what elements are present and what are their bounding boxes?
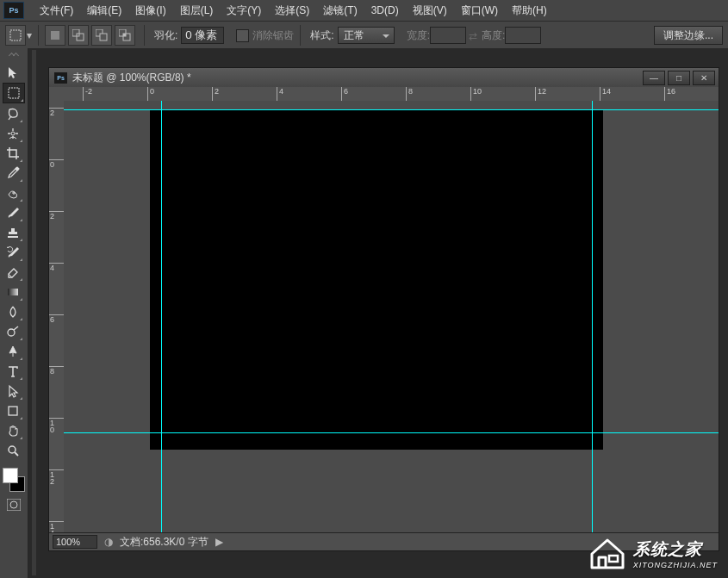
zoom-input[interactable] xyxy=(53,535,97,549)
svg-rect-8 xyxy=(123,34,126,36)
sel-add-button[interactable] xyxy=(68,25,89,46)
lasso-tool-icon xyxy=(6,107,20,121)
pen-tool-icon xyxy=(6,345,20,358)
quickmask-button[interactable] xyxy=(3,495,24,514)
chevron-down-icon: ▾ xyxy=(27,29,32,41)
shape-tool-icon xyxy=(6,404,20,418)
healing-tool[interactable] xyxy=(3,183,23,202)
document-titlebar[interactable]: Ps 未标题 @ 100%(RGB/8) * — □ ✕ xyxy=(49,68,719,88)
menu-layer[interactable]: 图层(L) xyxy=(173,0,221,22)
pen-tool[interactable] xyxy=(3,342,23,361)
svg-point-15 xyxy=(9,446,16,453)
type-tool[interactable] xyxy=(3,362,23,381)
eraser-tool[interactable] xyxy=(3,263,23,282)
menu-window[interactable]: 窗口(W) xyxy=(454,0,505,22)
menu-type[interactable]: 文字(Y) xyxy=(220,0,268,22)
ruler-horizontal[interactable]: -20246810121416 xyxy=(64,87,719,102)
close-button[interactable]: ✕ xyxy=(693,71,715,85)
panel-grip-icon[interactable] xyxy=(3,53,24,59)
svg-rect-18 xyxy=(609,556,618,562)
stamp-tool-icon xyxy=(6,226,20,239)
path-select-tool[interactable] xyxy=(3,382,23,401)
crop-tool-icon xyxy=(6,146,20,160)
minimize-button[interactable]: — xyxy=(643,71,665,85)
menu-image[interactable]: 图像(I) xyxy=(128,0,172,22)
intersect-sel-icon xyxy=(119,29,131,41)
doc-logo-icon: Ps xyxy=(54,72,67,84)
watermark-title: 系统之家 xyxy=(633,538,718,561)
menu-bar: Ps 文件(F) 编辑(E) 图像(I) 图层(L) 文字(Y) 选择(S) 滤… xyxy=(0,0,728,21)
menu-3d[interactable]: 3D(D) xyxy=(364,1,406,20)
ruler-origin[interactable] xyxy=(49,87,65,102)
blur-tool[interactable] xyxy=(3,302,23,321)
feather-input[interactable] xyxy=(181,27,224,44)
svg-point-13 xyxy=(8,329,15,336)
marquee-icon xyxy=(9,29,22,41)
color-swatches[interactable] xyxy=(3,468,25,492)
tool-preset-button[interactable] xyxy=(5,25,26,46)
zoom-tool-icon xyxy=(6,444,20,457)
svg-rect-3 xyxy=(77,34,84,40)
document-title: 未标题 @ 100%(RGB/8) * xyxy=(72,71,191,85)
guide-vertical-2[interactable] xyxy=(592,101,593,533)
document-window: Ps 未标题 @ 100%(RGB/8) * — □ ✕ -2024681012… xyxy=(48,67,719,551)
path-select-tool-icon xyxy=(6,384,20,398)
foreground-swatch[interactable] xyxy=(3,468,18,483)
history-brush-tool-icon xyxy=(6,245,20,259)
healing-tool-icon xyxy=(6,186,20,200)
sel-new-button[interactable] xyxy=(45,25,65,46)
svg-rect-1 xyxy=(51,31,59,40)
style-dropdown[interactable]: 正常 xyxy=(338,27,395,44)
ruler-vertical[interactable]: 202468101214 xyxy=(49,101,65,533)
brush-tool[interactable] xyxy=(3,203,23,222)
sub-sel-icon xyxy=(96,29,108,41)
svg-rect-11 xyxy=(15,166,20,171)
menu-filter[interactable]: 滤镜(T) xyxy=(316,0,364,22)
feather-label: 羽化: xyxy=(154,28,177,43)
hand-tool[interactable] xyxy=(3,421,23,440)
gradient-tool[interactable] xyxy=(3,283,23,301)
guide-vertical-1[interactable] xyxy=(161,101,162,533)
status-flyout-icon[interactable]: ▶ xyxy=(215,536,223,548)
add-sel-icon xyxy=(72,29,84,41)
menu-help[interactable]: 帮助(H) xyxy=(505,0,554,22)
status-icon[interactable]: ◑ xyxy=(104,536,113,548)
lasso-tool[interactable] xyxy=(3,104,23,123)
svg-rect-14 xyxy=(9,407,17,415)
workspace: Ps 未标题 @ 100%(RGB/8) * — □ ✕ -2024681012… xyxy=(0,48,728,578)
maximize-button[interactable]: □ xyxy=(668,71,690,85)
svg-rect-12 xyxy=(8,289,18,295)
svg-point-17 xyxy=(10,501,17,508)
menu-select[interactable]: 选择(S) xyxy=(268,0,316,22)
width-input xyxy=(430,27,466,44)
quickmask-icon xyxy=(7,499,21,511)
canvas[interactable] xyxy=(150,109,603,450)
width-label: 宽度: xyxy=(407,28,430,43)
quick-select-tool[interactable] xyxy=(3,124,23,143)
eyedropper-tool[interactable] xyxy=(3,164,23,183)
zoom-tool[interactable] xyxy=(3,441,23,460)
svg-rect-0 xyxy=(10,30,21,40)
guide-horizontal-2[interactable] xyxy=(64,432,719,433)
sel-subtract-button[interactable] xyxy=(91,25,112,46)
tab-well xyxy=(32,50,36,575)
marquee-tool-icon xyxy=(7,86,21,100)
canvas-viewport[interactable] xyxy=(64,101,719,533)
antialias-label: 消除锯齿 xyxy=(252,28,294,43)
stamp-tool[interactable] xyxy=(3,223,23,242)
dodge-tool[interactable] xyxy=(3,322,23,341)
menu-edit[interactable]: 编辑(E) xyxy=(80,0,128,22)
sel-intersect-button[interactable] xyxy=(115,25,135,46)
shape-tool[interactable] xyxy=(3,401,23,420)
gradient-tool-icon xyxy=(6,285,20,299)
history-brush-tool[interactable] xyxy=(3,243,23,262)
crop-tool[interactable] xyxy=(3,144,23,163)
marquee-tool[interactable] xyxy=(3,83,25,103)
height-input xyxy=(505,27,541,44)
menu-view[interactable]: 视图(V) xyxy=(406,0,454,22)
move-tool[interactable] xyxy=(3,63,23,82)
guide-horizontal-1[interactable] xyxy=(64,109,719,110)
eyedropper-tool-icon xyxy=(6,166,20,180)
menu-file[interactable]: 文件(F) xyxy=(33,0,80,22)
refine-edge-button[interactable]: 调整边缘... xyxy=(654,26,723,45)
